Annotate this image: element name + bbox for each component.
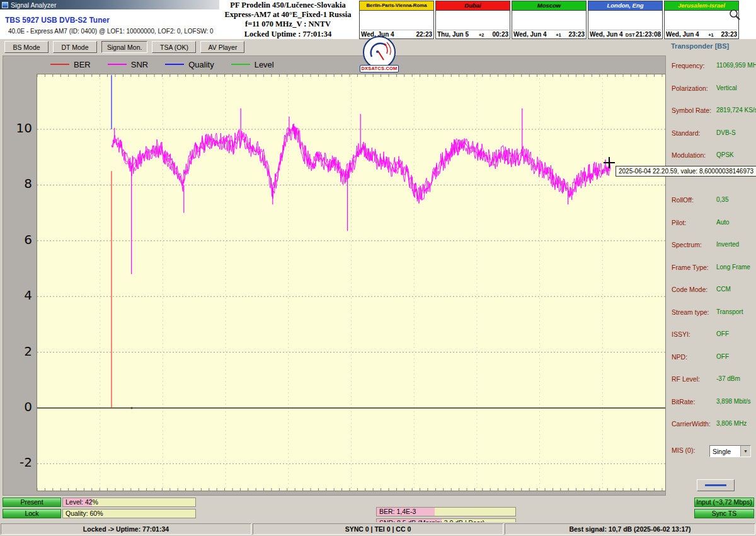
site-line-3: f=11 070 MHz_V : NNTV bbox=[215, 20, 360, 29]
field-rf-level: RF Level:-37 dBm bbox=[668, 375, 756, 397]
monitor-row-1: PresentLevel: 42%BER: 1,4E-3Input (~3,72… bbox=[0, 498, 756, 507]
level-meter-label: Level: 42% bbox=[66, 498, 98, 506]
magnifier-icon[interactable] bbox=[728, 8, 742, 22]
dxsatcs-logo: DXSATCS.COM bbox=[360, 36, 399, 73]
y-axis-label-8: 8 bbox=[4, 176, 32, 191]
field-label: Modulation: bbox=[672, 151, 706, 159]
quality-color-line bbox=[165, 64, 184, 65]
site-line-4: Locked Uptime : 77:01:34 bbox=[215, 30, 360, 39]
field-label: Standard: bbox=[672, 129, 701, 137]
field-value: 2819,724 KS/s bbox=[716, 107, 756, 114]
statusbar-uptime: Locked -> Uptime: 77:01:34 bbox=[1, 523, 251, 535]
chart-legend: BERSNRQualityLevel bbox=[50, 58, 291, 71]
snr-color-line bbox=[108, 64, 127, 65]
field-value: OFF bbox=[716, 353, 729, 360]
clock-offset: +2 bbox=[471, 32, 492, 38]
monitor-row-2: LockQuality: 60%SNR: 8,5 dB (Margin: 3,0… bbox=[0, 509, 756, 518]
level-meter: Level: 42% bbox=[62, 498, 196, 507]
legend-item-ber: BER bbox=[50, 60, 91, 69]
field-label: NPD: bbox=[672, 353, 687, 361]
app-icon bbox=[2, 2, 8, 8]
field-label: Symbol Rate: bbox=[672, 107, 711, 114]
panel-button[interactable] bbox=[697, 479, 735, 491]
tab-signal-mon[interactable]: Signal Mon. bbox=[101, 41, 147, 53]
clock-offset: +1 bbox=[701, 32, 721, 38]
field-label: Polarization: bbox=[672, 84, 708, 92]
field-value: Inverted bbox=[716, 241, 739, 248]
clock-moscow: MoscowWed, Jun 4+123:23 bbox=[512, 1, 587, 39]
mis-selected-value: Single bbox=[713, 448, 731, 455]
mis-select[interactable]: Single ▼ bbox=[709, 445, 751, 457]
field-symbol-rate: Symbol Rate:2819,724 KS/s bbox=[668, 107, 756, 129]
quality-meter-label: Quality: 60% bbox=[66, 510, 103, 518]
world-clocks: Berlin-Paris-Vienna-RomaWed, Jun 422:23D… bbox=[359, 1, 739, 39]
quality-meter: Quality: 60% bbox=[62, 509, 196, 518]
mis-label: MIS (0): bbox=[672, 446, 695, 454]
field-frequency: Frequency:11069,959 MHz bbox=[668, 62, 756, 84]
clock-city: Berlin-Paris-Vienna-Roma bbox=[360, 1, 433, 11]
clock-city: Jerusalem-Israel bbox=[665, 1, 738, 11]
clock-city: Moscow bbox=[512, 1, 586, 11]
field-label: CarrierWidth: bbox=[672, 420, 711, 428]
field-code-mode: Code Mode:CCM bbox=[668, 286, 756, 308]
field-value: 3,806 MHz bbox=[716, 420, 747, 427]
statusbar-sync: SYNC 0 | TEI 0 | CC 0 bbox=[253, 523, 503, 535]
clock-berlin-paris-vienna-roma: Berlin-Paris-Vienna-RomaWed, Jun 422:23 bbox=[359, 1, 434, 39]
clock-time: 22:23 bbox=[416, 31, 432, 38]
legend-label: Quality bbox=[188, 60, 214, 69]
logo-text: DXSATCS.COM bbox=[360, 65, 399, 73]
tab-tsa-ok[interactable]: TSA (OK) bbox=[152, 41, 196, 53]
field-polarization: Polarization:Vertical bbox=[668, 84, 756, 107]
clock-city: Dubai bbox=[436, 1, 510, 11]
chart-panel: BERSNRQualityLevel 1086420-2 bbox=[3, 55, 666, 496]
clock-time: 23:23 bbox=[568, 31, 585, 38]
tab-bs-mode[interactable]: BS Mode bbox=[4, 41, 49, 53]
blue-dash-icon bbox=[705, 484, 726, 486]
tuner-details: 40.0E - Express AM7 (ID: 0400) @ LOF1: 1… bbox=[8, 28, 214, 35]
y-axis-label-4: 4 bbox=[4, 288, 32, 303]
field-label: Frequency: bbox=[672, 62, 705, 69]
field-value: OFF bbox=[716, 330, 729, 337]
clock-date: Thu, Jun 5 bbox=[437, 31, 469, 38]
tab-dt-mode[interactable]: DT Mode bbox=[53, 41, 97, 53]
tuner-name: TBS 5927 USB DVB-S2 Tuner bbox=[5, 16, 110, 25]
field-carrierwidth: CarrierWidth:3,806 MHz bbox=[668, 420, 756, 442]
legend-item-snr: SNR bbox=[108, 60, 148, 69]
statusbar: Locked -> Uptime: 77:01:34 SYNC 0 | TEI … bbox=[0, 522, 756, 536]
present-indicator: Present bbox=[3, 498, 61, 507]
legend-label: SNR bbox=[131, 60, 148, 69]
clock-date: Wed, Jun 4 bbox=[590, 31, 623, 38]
satellite-dish-icon bbox=[363, 36, 396, 69]
field-value: -37 dBm bbox=[716, 375, 740, 382]
legend-item-quality: Quality bbox=[165, 60, 214, 69]
mode-tabs: BS ModeDT ModeSignal Mon.TSA (OK)AV Play… bbox=[0, 39, 668, 55]
legend-item-level: Level bbox=[231, 60, 274, 69]
field-frame-type: Frame Type:Long Frame bbox=[668, 264, 756, 286]
field-value: Long Frame bbox=[716, 264, 750, 271]
clock-city: London, Eng bbox=[588, 1, 662, 11]
signal-plot[interactable] bbox=[37, 74, 666, 491]
field-value: 11069,959 MHz bbox=[716, 62, 756, 69]
snr-trace bbox=[37, 74, 665, 491]
y-axis-label-10: 10 bbox=[4, 120, 32, 136]
field-issyi: ISSYI:OFF bbox=[668, 330, 756, 352]
transponder-panel: Transponder [BS] Frequency:11069,959 MHz… bbox=[668, 39, 756, 496]
legend-label: Level bbox=[255, 60, 274, 69]
clock-london-eng: London, EngWed, Jun 4DST21:23:08 bbox=[588, 1, 663, 39]
y-axis-label--2: -2 bbox=[4, 455, 32, 470]
clock-date: Wed, Jun 4 bbox=[666, 31, 699, 38]
clock-dubai: DubaiThu, Jun 5+200:23 bbox=[435, 1, 510, 39]
tab-av-player[interactable]: AV Player bbox=[200, 41, 244, 53]
field-label: Frame Type: bbox=[672, 264, 709, 271]
field-label: RollOff: bbox=[672, 196, 694, 204]
field-value: Transport bbox=[716, 308, 743, 315]
lock-indicator: Lock bbox=[3, 509, 61, 518]
chevron-down-icon: ▼ bbox=[740, 446, 750, 457]
site-info: PF Prodelin 450/Lučenec-Slovakia Express… bbox=[215, 1, 360, 39]
site-line-1: PF Prodelin 450/Lučenec-Slovakia bbox=[215, 1, 360, 10]
field-value: Auto bbox=[716, 219, 730, 226]
clock-offset: DST bbox=[625, 32, 636, 38]
field-value: Vertical bbox=[716, 84, 737, 91]
transponder-title: Transponder [BS] bbox=[671, 42, 729, 50]
field-standard: Standard:DVB-S bbox=[668, 129, 756, 151]
